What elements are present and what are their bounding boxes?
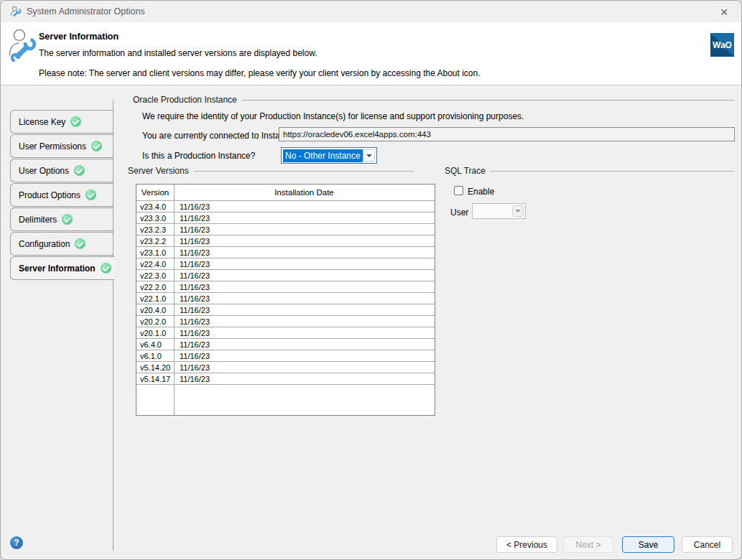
sidebar-item-user-permissions[interactable]: User Permissions [10,134,113,158]
table-row[interactable]: v23.2.2 11/16/23 [136,235,435,247]
table-row[interactable]: v6.1.0 11/16/23 [136,350,435,362]
group-label: Server Versions [128,166,189,176]
sidebar-tabs: License Key User Permissions User Option… [10,110,114,280]
version-cell: v5.14.20 [136,362,174,373]
installation-date-cell: 11/16/23 [174,235,435,246]
sidebar-item-label: Product Options [19,190,80,200]
table-row[interactable]: v22.1.0 11/16/23 [136,293,435,304]
table-row[interactable]: v20.4.0 11/16/23 [136,304,435,316]
installation-date-cell: 11/16/23 [174,304,435,315]
sidebar-item-label: Configuration [19,239,70,249]
table-row[interactable]: v6.4.0 11/16/23 [136,339,435,350]
installation-date-cell: 11/16/23 [174,281,435,292]
table-row[interactable]: v23.2.3 11/16/23 [136,224,435,235]
version-cell: v22.4.0 [136,258,174,269]
next-button[interactable]: Next > [563,536,613,553]
version-cell: v23.1.0 [136,247,174,258]
table-row[interactable]: v20.1.0 11/16/23 [136,327,435,339]
sidebar-item-user-options[interactable]: User Options [10,159,113,182]
help-button[interactable]: ? [10,536,23,549]
installation-date-cell: 11/16/23 [174,339,435,350]
installation-date-cell: 11/16/23 [174,201,435,212]
sidebar-item-label: User Options [19,166,69,176]
check-icon [74,165,85,176]
table-row[interactable]: v22.3.0 11/16/23 [136,270,435,281]
sidebar-item-license-key[interactable]: License Key [10,110,113,134]
table-row[interactable]: v5.14.20 11/16/23 [136,362,435,373]
production-dropdown-button[interactable] [363,149,375,162]
version-cell: v23.2.3 [136,224,174,235]
page-title: Server Information [39,32,119,42]
enable-sql-trace-checkbox[interactable] [454,186,463,195]
sidebar-item-label: Delimiters [19,215,57,225]
enable-label: Enable [468,187,494,197]
version-cell: v22.1.0 [136,293,174,304]
version-cell: v5.14.17 [136,373,174,384]
server-versions-table: Version Installation Date v23.4.0 11/16/… [136,184,435,416]
column-header-version[interactable]: Version [136,185,174,200]
check-icon [75,238,85,249]
installation-date-cell: 11/16/23 [174,362,435,373]
version-cell: v23.2.2 [136,235,174,246]
user-wrench-icon [8,27,38,62]
version-cell: v6.1.0 [136,350,174,361]
help-icon: ? [14,538,19,548]
table-column-divider [174,185,175,415]
table-row[interactable]: v22.4.0 11/16/23 [136,258,435,270]
version-cell: v20.4.0 [136,304,174,315]
installation-date-cell: 11/16/23 [174,373,435,384]
previous-button[interactable]: < Previous [496,536,557,553]
sidebar-item-server-information[interactable]: Server Information [10,256,114,280]
check-icon [85,190,96,200]
versions-table-body: v23.4.0 11/16/23 v23.3.0 11/16/23 v23.2.… [136,201,435,385]
installation-date-cell: 11/16/23 [174,213,435,223]
installation-date-cell: 11/16/23 [174,316,435,327]
user-dropdown-button[interactable] [512,205,524,217]
table-row[interactable]: v20.2.0 11/16/23 [136,316,435,327]
group-label: Oracle Production Instance [133,95,237,105]
wao-logo: WaO [710,33,734,57]
sidebar-item-product-options[interactable]: Product Options [10,183,113,207]
oracle-production-instance-group-title: Oracle Production Instance [133,95,735,105]
version-cell: v22.3.0 [136,270,174,281]
user-label: User [450,207,468,218]
version-cell: v22.2.0 [136,281,174,292]
table-header-row: Version Installation Date [136,185,435,201]
table-row[interactable]: v23.3.0 11/16/23 [136,213,435,224]
system-administrator-options-dialog: System Administrator Options ✕ Server In… [0,0,742,560]
cancel-button[interactable]: Cancel [682,536,733,553]
sql-trace-user-dropdown[interactable] [472,203,526,219]
connected-instance-field[interactable] [279,127,735,141]
table-row[interactable]: v23.1.0 11/16/23 [136,247,435,258]
check-icon [101,263,111,274]
title-bar: System Administrator Options ✕ [1,1,741,22]
window-title: System Administrator Options [27,6,145,17]
version-cell: v6.4.0 [136,339,174,350]
version-cell: v23.4.0 [136,201,174,212]
table-row[interactable]: v23.4.0 11/16/23 [136,201,435,213]
table-row[interactable]: v22.2.0 11/16/23 [136,281,435,293]
table-row[interactable]: v5.14.17 11/16/23 [136,373,435,385]
version-cell: v23.3.0 [136,213,174,223]
installation-date-cell: 11/16/23 [174,270,435,281]
installation-date-cell: 11/16/23 [174,224,435,235]
sidebar-item-delimiters[interactable]: Delimiters [10,207,113,231]
sql-trace-group-title: SQL Trace [445,166,735,176]
close-icon: ✕ [720,6,728,18]
production-instance-selected-value: No - Other Instance [283,149,363,162]
chevron-down-icon [515,210,521,213]
page-description: The server information and installed ser… [39,48,317,58]
installation-date-cell: 11/16/23 [174,327,435,338]
sidebar-item-label: Server Information [19,263,96,274]
installation-date-cell: 11/16/23 [174,350,435,361]
close-button[interactable]: ✕ [714,4,734,20]
installation-date-cell: 11/16/23 [174,293,435,304]
save-button[interactable]: Save [622,536,674,553]
chevron-down-icon [366,154,372,157]
sidebar-item-configuration[interactable]: Configuration [10,232,113,256]
column-header-installation-date[interactable]: Installation Date [174,185,435,200]
production-instance-dropdown[interactable]: No - Other Instance [281,147,377,164]
installation-date-cell: 11/16/23 [174,258,435,269]
version-cell: v20.2.0 [136,316,174,327]
header-panel: Server Information The server informatio… [1,22,741,85]
